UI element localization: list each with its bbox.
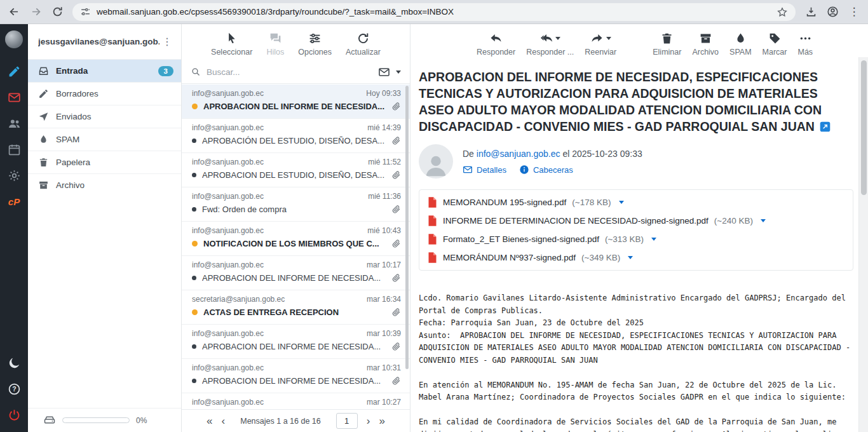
reply-button[interactable]: Responder — [477, 32, 515, 57]
attachment-menu-caret-icon[interactable] — [628, 256, 633, 259]
message-row[interactable]: info@sanjuan.gob.ecmar 10:39 APROBACION … — [182, 325, 410, 359]
headers-button[interactable]: Cabeceras — [519, 165, 573, 175]
help-button[interactable]: ? — [0, 376, 28, 402]
pdf-file-icon — [428, 196, 437, 208]
search-input[interactable] — [207, 67, 372, 77]
profile-avatar-icon — [827, 6, 839, 18]
subject-text: APROBACION DEL INFORME DE NECESIDAD, ESP… — [419, 70, 822, 133]
last-page-button[interactable]: » — [379, 415, 384, 426]
message-row[interactable]: info@sanjuan.gob.ecHoy 09:33 APROBACION … — [182, 84, 410, 119]
chevron-left-icon: ‹ — [222, 415, 226, 427]
reload-icon — [51, 6, 64, 18]
message-row[interactable]: info@sanjuan.gob.ecmié 11:52 APROBACION … — [182, 153, 410, 187]
folder-item-enviados[interactable]: Enviados — [28, 105, 181, 128]
folder-item-archivo[interactable]: Archivo — [28, 173, 181, 196]
search-scope-envelope-icon[interactable] — [378, 66, 390, 78]
folder-item-papelera[interactable]: Papelera — [28, 151, 181, 173]
browser-back-button[interactable] — [4, 2, 24, 22]
first-page-button[interactable]: « — [207, 415, 212, 426]
folder-item-spam[interactable]: SPAM — [28, 128, 181, 151]
gear-icon — [8, 169, 21, 182]
browser-reload-button[interactable] — [47, 2, 67, 22]
message-row[interactable]: info@sanjuan.gob.ecmié 11:36 Fwd: Orden … — [182, 187, 410, 222]
reply-all-button[interactable]: Responder ... — [526, 32, 574, 57]
next-page-button[interactable]: › — [367, 415, 370, 426]
cpanel-logo-icon: cP — [8, 196, 20, 207]
site-settings-icon[interactable] — [80, 6, 91, 17]
arrow-right-icon — [30, 6, 42, 18]
more-label: Más — [797, 48, 813, 57]
details-toggle-button[interactable]: Detalles — [463, 165, 506, 175]
more-button[interactable]: Más — [797, 32, 813, 57]
paperclip-icon — [391, 205, 401, 214]
folder-options-button[interactable]: ⋮ — [159, 34, 175, 49]
header-actions: Detalles Cabeceras — [463, 165, 642, 175]
attachment-name-link[interactable]: MEMORANDUM 195-signed.pdf — [443, 198, 566, 207]
mark-label: Marcar — [763, 48, 787, 57]
mark-button[interactable]: Marcar — [763, 32, 787, 57]
pdf-file-icon — [428, 215, 437, 227]
reading-pane-scrollbar[interactable] — [858, 57, 868, 432]
message-row[interactable]: info@sanjuan.gob.ecmié 10:43 NOTIFICACIO… — [182, 222, 410, 256]
message-row[interactable]: info@sanjuan.gob.ecmar 10:17 APROBACION … — [182, 256, 410, 290]
threads-button[interactable]: Hilos — [266, 32, 284, 57]
forward-button[interactable]: Reenviar — [585, 32, 616, 57]
chevron-down-icon[interactable] — [396, 71, 401, 74]
options-button[interactable]: Opciones — [298, 32, 332, 57]
list-scrollbar-thumb[interactable] — [405, 86, 409, 369]
envelope-icon — [463, 165, 473, 175]
threads-label: Hilos — [266, 48, 284, 57]
archive-button[interactable]: Archivo — [692, 32, 719, 57]
attachment-menu-caret-icon[interactable] — [761, 219, 766, 222]
calendar-icon — [8, 143, 21, 156]
read-dot-icon — [192, 207, 196, 212]
attachment-name-link[interactable]: Formato_2_ET Bienes-signed-signed.pdf — [443, 234, 599, 244]
logout-button[interactable] — [0, 402, 28, 428]
open-external-icon[interactable] — [820, 121, 831, 132]
mail-task-button[interactable] — [0, 84, 28, 111]
headers-label: Cabeceras — [533, 165, 573, 175]
chevron-down-icon[interactable] — [555, 37, 560, 40]
page-number-input[interactable] — [336, 413, 358, 429]
message-row[interactable]: info@sanjuan.gob.ecmar 10:31 APROBACION … — [182, 359, 410, 393]
settings-button[interactable] — [0, 163, 28, 189]
attachment-name-link[interactable]: MEMORÁNDUM Nº937-signed.pdf — [443, 253, 576, 262]
browser-menu-button[interactable]: ⋮ — [844, 2, 864, 22]
url-bar[interactable]: webmail.sanjuan.gob.ec/cpsess4569390018/… — [72, 3, 796, 21]
folder-item-borradores[interactable]: Borradores — [28, 82, 181, 105]
downloads-button[interactable] — [801, 2, 821, 22]
forward-label: Reenviar — [585, 48, 616, 57]
select-label: Seleccionar — [211, 48, 252, 57]
attachment-menu-caret-icon[interactable] — [619, 201, 624, 204]
double-chevron-left-icon: « — [207, 415, 212, 427]
message-row[interactable]: info@sanjuan.gob.ecmié 14:39 APROBACIÓN … — [182, 119, 410, 153]
folder-pane: jesusgavilanes@sanjuan.gob.... ⋮ Entrada… — [28, 24, 182, 432]
from-address-link[interactable]: info@sanjuan.gob.ec — [477, 149, 560, 159]
spam-button[interactable]: SPAM — [729, 32, 752, 57]
cpanel-button[interactable]: cP — [0, 189, 28, 215]
refresh-button[interactable]: Actualizar — [346, 32, 381, 57]
attachment-size: (~313 KB) — [605, 234, 644, 244]
scrollbar-thumb[interactable] — [861, 60, 867, 195]
message-date: mar 10:17 — [367, 260, 401, 269]
attachment-name-link[interactable]: INFORME DE DETERMINACION DE NECESIDAD-si… — [443, 216, 709, 226]
compose-button[interactable] — [0, 58, 28, 84]
unread-count-badge: 3 — [158, 66, 173, 76]
browser-profile-button[interactable] — [822, 2, 843, 22]
contacts-button[interactable] — [0, 111, 28, 137]
browser-forward-button[interactable] — [25, 2, 46, 22]
message-row[interactable]: secretaria@sanjuan.gob.ecmar 16:34 ACTAS… — [182, 290, 410, 325]
select-button[interactable]: Seleccionar — [211, 32, 252, 57]
message-row[interactable]: info@sanjuan.gob.ecmar 10:27 — [182, 393, 410, 409]
mail-envelope-icon — [8, 91, 21, 104]
chevron-down-icon[interactable] — [606, 37, 611, 40]
delete-button[interactable]: Eliminar — [653, 32, 681, 57]
attachment-menu-caret-icon[interactable] — [651, 238, 656, 241]
calendar-button[interactable] — [0, 137, 28, 163]
folder-item-entrada[interactable]: Entrada 3 — [28, 59, 181, 82]
dark-mode-button[interactable] — [0, 350, 28, 376]
bookmark-star-icon[interactable] — [776, 6, 788, 18]
message-date: mar 16:34 — [367, 295, 401, 304]
message-sender: info@sanjuan.gob.ec — [192, 260, 264, 269]
previous-page-button[interactable]: ‹ — [222, 415, 226, 426]
